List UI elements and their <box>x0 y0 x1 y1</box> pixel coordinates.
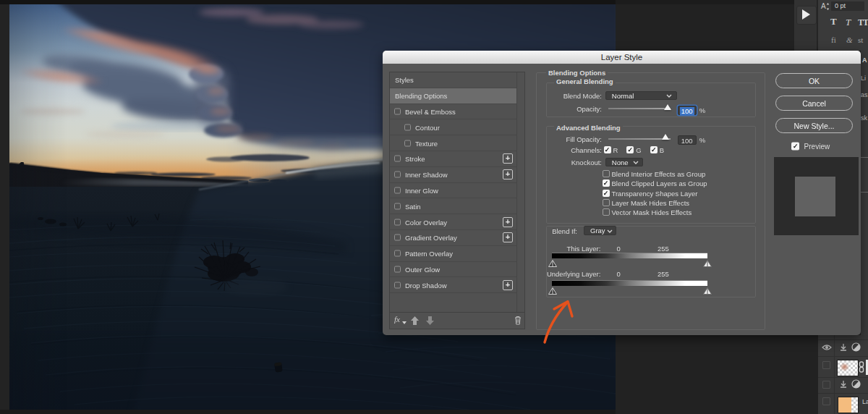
svg-text:A: A <box>821 2 826 10</box>
